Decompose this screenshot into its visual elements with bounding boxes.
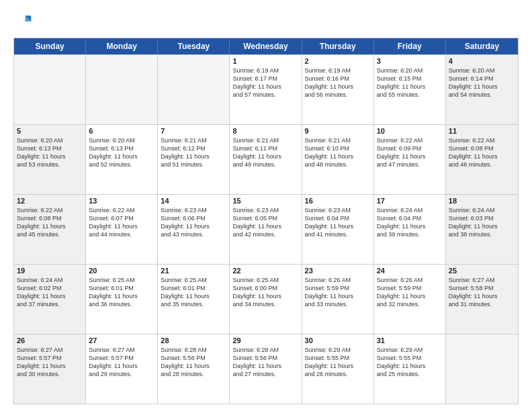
day-info: Sunrise: 6:28 AM Sunset: 5:56 PM Dayligh… [232, 346, 298, 379]
day-number: 27 [89, 336, 154, 345]
cal-header-cell-wednesday: Wednesday [230, 38, 302, 54]
day-info: Sunrise: 6:27 AM Sunset: 5:57 PM Dayligh… [89, 346, 154, 379]
day-info: Sunrise: 6:23 AM Sunset: 6:04 PM Dayligh… [305, 206, 371, 239]
cal-cell-13: 13Sunrise: 6:22 AM Sunset: 6:07 PM Dayli… [86, 195, 158, 264]
day-number: 2 [305, 57, 371, 65]
day-info: Sunrise: 6:25 AM Sunset: 6:01 PM Dayligh… [89, 276, 154, 309]
cal-header-cell-tuesday: Tuesday [158, 38, 230, 54]
cal-cell-22: 22Sunrise: 6:25 AM Sunset: 6:00 PM Dayli… [230, 265, 302, 334]
day-info: Sunrise: 6:22 AM Sunset: 6:07 PM Dayligh… [89, 206, 154, 239]
cal-cell-2: 2Sunrise: 6:19 AM Sunset: 6:16 PM Daylig… [302, 55, 374, 124]
day-info: Sunrise: 6:21 AM Sunset: 6:10 PM Dayligh… [305, 136, 371, 169]
cal-cell-empty-0-2 [158, 55, 230, 124]
cal-cell-3: 3Sunrise: 6:20 AM Sunset: 6:15 PM Daylig… [374, 55, 446, 124]
day-number: 14 [161, 197, 226, 205]
day-number: 23 [305, 267, 371, 275]
day-number: 28 [161, 336, 226, 345]
cal-week-row-1: 5Sunrise: 6:20 AM Sunset: 6:13 PM Daylig… [14, 124, 518, 194]
cal-cell-7: 7Sunrise: 6:21 AM Sunset: 6:12 PM Daylig… [158, 125, 230, 194]
day-number: 22 [232, 267, 298, 275]
cal-cell-11: 11Sunrise: 6:22 AM Sunset: 6:08 PM Dayli… [446, 125, 518, 194]
day-info: Sunrise: 6:19 AM Sunset: 6:16 PM Dayligh… [305, 66, 371, 99]
calendar-header-row: SundayMondayTuesdayWednesdayThursdayFrid… [14, 38, 518, 54]
day-info: Sunrise: 6:24 AM Sunset: 6:02 PM Dayligh… [17, 276, 83, 309]
day-info: Sunrise: 6:19 AM Sunset: 6:17 PM Dayligh… [232, 66, 298, 99]
cal-header-cell-saturday: Saturday [446, 38, 518, 54]
day-number: 26 [17, 336, 83, 345]
day-info: Sunrise: 6:22 AM Sunset: 6:09 PM Dayligh… [377, 136, 443, 169]
cal-cell-8: 8Sunrise: 6:21 AM Sunset: 6:11 PM Daylig… [230, 125, 302, 194]
day-info: Sunrise: 6:25 AM Sunset: 6:01 PM Dayligh… [161, 276, 226, 309]
day-info: Sunrise: 6:25 AM Sunset: 6:00 PM Dayligh… [232, 276, 298, 309]
day-info: Sunrise: 6:20 AM Sunset: 6:13 PM Dayligh… [89, 136, 154, 169]
day-info: Sunrise: 6:22 AM Sunset: 6:08 PM Dayligh… [17, 206, 83, 239]
cal-cell-30: 30Sunrise: 6:29 AM Sunset: 5:55 PM Dayli… [302, 334, 374, 404]
day-number: 5 [17, 127, 83, 135]
day-number: 4 [449, 57, 515, 65]
cal-cell-15: 15Sunrise: 6:23 AM Sunset: 6:05 PM Dayli… [230, 195, 302, 264]
day-number: 8 [232, 127, 298, 135]
cal-cell-empty-4-6 [446, 334, 518, 404]
cal-cell-18: 18Sunrise: 6:24 AM Sunset: 6:03 PM Dayli… [446, 195, 518, 264]
cal-cell-14: 14Sunrise: 6:23 AM Sunset: 6:06 PM Dayli… [158, 195, 230, 264]
day-info: Sunrise: 6:26 AM Sunset: 5:59 PM Dayligh… [377, 276, 443, 309]
page: SundayMondayTuesdayWednesdayThursdayFrid… [0, 0, 532, 411]
cal-cell-12: 12Sunrise: 6:22 AM Sunset: 6:08 PM Dayli… [14, 195, 86, 264]
day-info: Sunrise: 6:27 AM Sunset: 5:57 PM Dayligh… [17, 346, 83, 379]
cal-cell-29: 29Sunrise: 6:28 AM Sunset: 5:56 PM Dayli… [230, 334, 302, 404]
cal-week-row-3: 19Sunrise: 6:24 AM Sunset: 6:02 PM Dayli… [14, 264, 518, 334]
day-info: Sunrise: 6:23 AM Sunset: 6:06 PM Dayligh… [161, 206, 226, 239]
cal-cell-26: 26Sunrise: 6:27 AM Sunset: 5:57 PM Dayli… [14, 334, 86, 404]
day-number: 24 [377, 267, 443, 275]
day-info: Sunrise: 6:24 AM Sunset: 6:04 PM Dayligh… [377, 206, 443, 239]
day-number: 30 [305, 336, 371, 345]
header [13, 12, 519, 31]
day-info: Sunrise: 6:21 AM Sunset: 6:12 PM Dayligh… [161, 136, 226, 169]
cal-cell-10: 10Sunrise: 6:22 AM Sunset: 6:09 PM Dayli… [374, 125, 446, 194]
day-number: 12 [17, 197, 83, 205]
cal-cell-17: 17Sunrise: 6:24 AM Sunset: 6:04 PM Dayli… [374, 195, 446, 264]
day-number: 18 [449, 197, 515, 205]
cal-cell-5: 5Sunrise: 6:20 AM Sunset: 6:13 PM Daylig… [14, 125, 86, 194]
day-number: 10 [377, 127, 443, 135]
day-number: 19 [17, 267, 83, 275]
day-number: 25 [449, 267, 515, 275]
day-number: 9 [305, 127, 371, 135]
day-info: Sunrise: 6:20 AM Sunset: 6:14 PM Dayligh… [449, 66, 515, 99]
cal-cell-24: 24Sunrise: 6:26 AM Sunset: 5:59 PM Dayli… [374, 265, 446, 334]
cal-header-cell-thursday: Thursday [302, 38, 374, 54]
cal-header-cell-monday: Monday [86, 38, 158, 54]
cal-cell-19: 19Sunrise: 6:24 AM Sunset: 6:02 PM Dayli… [14, 265, 86, 334]
cal-cell-21: 21Sunrise: 6:25 AM Sunset: 6:01 PM Dayli… [158, 265, 230, 334]
cal-cell-6: 6Sunrise: 6:20 AM Sunset: 6:13 PM Daylig… [86, 125, 158, 194]
calendar: SundayMondayTuesdayWednesdayThursdayFrid… [13, 38, 519, 404]
cal-cell-23: 23Sunrise: 6:26 AM Sunset: 5:59 PM Dayli… [302, 265, 374, 334]
cal-cell-27: 27Sunrise: 6:27 AM Sunset: 5:57 PM Dayli… [86, 334, 158, 404]
cal-cell-20: 20Sunrise: 6:25 AM Sunset: 6:01 PM Dayli… [86, 265, 158, 334]
cal-week-row-2: 12Sunrise: 6:22 AM Sunset: 6:08 PM Dayli… [14, 194, 518, 264]
day-number: 11 [449, 127, 515, 135]
day-number: 6 [89, 127, 154, 135]
day-info: Sunrise: 6:26 AM Sunset: 5:59 PM Dayligh… [305, 276, 371, 309]
day-number: 1 [232, 57, 298, 65]
day-number: 7 [161, 127, 226, 135]
logo [13, 12, 35, 31]
logo-icon [13, 12, 32, 31]
cal-cell-28: 28Sunrise: 6:28 AM Sunset: 5:56 PM Dayli… [158, 334, 230, 404]
day-number: 13 [89, 197, 154, 205]
cal-week-row-0: 1Sunrise: 6:19 AM Sunset: 6:17 PM Daylig… [14, 54, 518, 124]
cal-cell-9: 9Sunrise: 6:21 AM Sunset: 6:10 PM Daylig… [302, 125, 374, 194]
cal-cell-empty-0-0 [14, 55, 86, 124]
day-info: Sunrise: 6:29 AM Sunset: 5:55 PM Dayligh… [377, 346, 443, 379]
day-info: Sunrise: 6:27 AM Sunset: 5:58 PM Dayligh… [449, 276, 515, 309]
cal-header-cell-sunday: Sunday [14, 38, 86, 54]
calendar-body: 1Sunrise: 6:19 AM Sunset: 6:17 PM Daylig… [14, 54, 518, 404]
day-info: Sunrise: 6:21 AM Sunset: 6:11 PM Dayligh… [232, 136, 298, 169]
day-number: 20 [89, 267, 154, 275]
cal-cell-1: 1Sunrise: 6:19 AM Sunset: 6:17 PM Daylig… [230, 55, 302, 124]
cal-cell-16: 16Sunrise: 6:23 AM Sunset: 6:04 PM Dayli… [302, 195, 374, 264]
cal-cell-4: 4Sunrise: 6:20 AM Sunset: 6:14 PM Daylig… [446, 55, 518, 124]
day-number: 21 [161, 267, 226, 275]
day-number: 15 [232, 197, 298, 205]
day-number: 31 [377, 336, 443, 345]
